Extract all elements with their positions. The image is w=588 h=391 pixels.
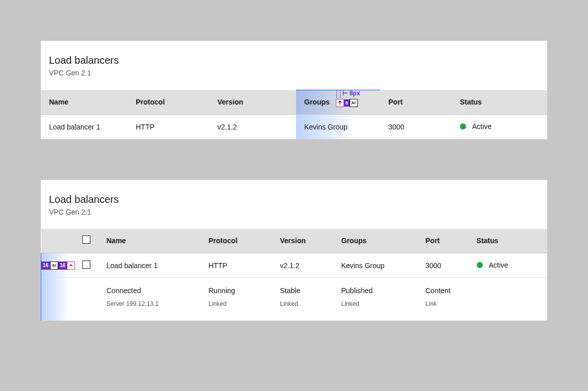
cell-name: Load balancer 1 <box>99 253 201 278</box>
cell-groups: Kevins Group <box>296 115 380 139</box>
col-port[interactable]: Port <box>418 229 469 253</box>
cell-version: v2.1.2 <box>209 115 296 139</box>
table-header-row: Name Protocol Version Groups ⊢ 8px <box>41 90 547 115</box>
ai-icon: AI <box>50 262 58 270</box>
col-protocol[interactable]: Protocol <box>201 229 272 253</box>
chevron-up-icon[interactable] <box>67 262 75 270</box>
cell-groups: Kevins Group <box>333 253 418 278</box>
spacing-token-8: 8 <box>344 99 350 107</box>
col-status[interactable]: Status <box>469 229 548 253</box>
col-version[interactable]: Version <box>209 90 296 115</box>
table-simple: Name Protocol Version Groups ⊢ 8px <box>41 90 547 139</box>
cell-version: v2.1.2 <box>272 253 333 278</box>
col-protocol[interactable]: Protocol <box>128 90 209 115</box>
cell-expand[interactable]: 16 AI 16 <box>41 253 74 278</box>
card-header: Load balancers VPC Gen 2.1 <box>41 180 547 229</box>
col-select-all[interactable] <box>74 229 99 253</box>
ai-icon: AI <box>350 99 358 107</box>
card-subtitle: VPC Gen 2.1 <box>49 207 539 217</box>
cell-protocol: HTTP <box>128 115 209 139</box>
cell-port: 3000 <box>380 115 452 139</box>
exp-cell: Content Link <box>418 278 548 321</box>
cell-port: 3000 <box>418 253 469 278</box>
card-table-expandable: Load balancers VPC Gen 2.1 Name Protocol… <box>41 180 547 321</box>
col-name[interactable]: Name <box>41 90 128 115</box>
sort-icon[interactable] <box>336 99 344 107</box>
card-table-simple: Load balancers VPC Gen 2.1 Name Protocol… <box>41 41 547 139</box>
table-row[interactable]: 16 AI 16 Load balancer 1 HTTP v2.1.2 Kev… <box>41 253 548 278</box>
cell-status: Active <box>469 253 548 278</box>
spec-annotation-16px: 16 AI 16 <box>41 262 75 270</box>
exp-cell: Running Linked <box>201 278 272 321</box>
checkbox-icon[interactable] <box>82 236 90 244</box>
table-expandable: Name Protocol Version Groups Port Status… <box>41 229 547 321</box>
status-dot-icon <box>460 123 466 129</box>
col-name[interactable]: Name <box>99 229 201 253</box>
spec-annotation-8px: ⊢ 8px <box>336 89 360 98</box>
col-expand <box>41 229 74 253</box>
col-port[interactable]: Port <box>380 90 452 115</box>
col-groups[interactable]: Groups <box>333 229 418 253</box>
table-header-row: Name Protocol Version Groups Port Status <box>41 229 548 253</box>
cell-protocol: HTTP <box>201 253 272 278</box>
link[interactable]: Link <box>426 299 540 308</box>
card-title: Load balancers <box>49 53 539 67</box>
col-version[interactable]: Version <box>272 229 333 253</box>
exp-cell: Connected Server 199.12.13.1 <box>99 278 201 321</box>
cell-select[interactable] <box>74 253 99 278</box>
card-subtitle: VPC Gen 2.1 <box>49 68 539 77</box>
card-header: Load balancers VPC Gen 2.1 <box>41 41 547 90</box>
table-row-expanded: Connected Server 199.12.13.1 Running Lin… <box>41 278 548 321</box>
card-title: Load balancers <box>49 192 539 206</box>
exp-cell: Stable Linked <box>272 278 333 321</box>
cell-name: Load balancer 1 <box>41 115 128 139</box>
table-row[interactable]: Load balancer 1 HTTP v2.1.2 Kevins Group… <box>41 115 547 139</box>
checkbox-icon[interactable] <box>82 260 90 269</box>
col-groups[interactable]: Groups ⊢ 8px 8 AI <box>296 90 380 115</box>
status-dot-icon <box>477 262 483 268</box>
col-status[interactable]: Status <box>452 90 547 115</box>
cell-status: Active <box>452 115 547 139</box>
exp-cell: Published Linked <box>333 278 418 321</box>
